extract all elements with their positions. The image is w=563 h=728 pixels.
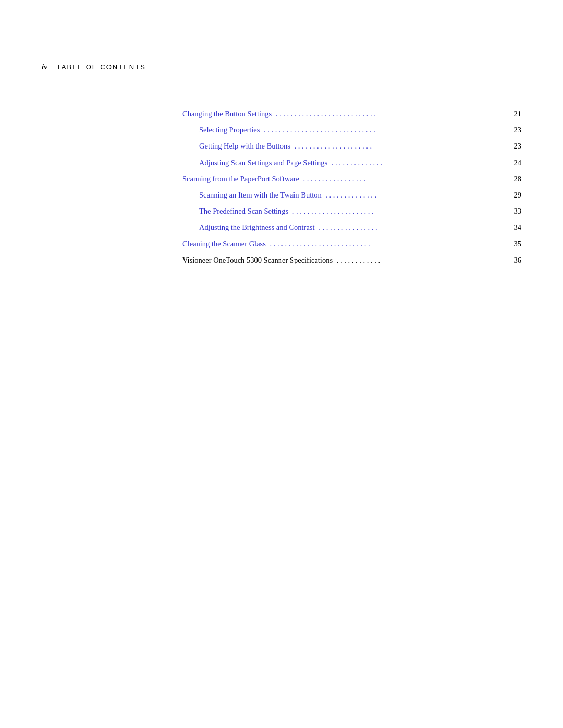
toc-link-scanning-twain[interactable]: Scanning an Item with the Twain Button xyxy=(199,189,322,201)
toc-dots-5: . . . . . . . . . . . . . . . . . xyxy=(301,173,512,185)
toc-label-specifications: Visioneer OneTouch 5300 Scanner Specific… xyxy=(182,254,333,266)
toc-link-predefined-scan[interactable]: The Predefined Scan Settings xyxy=(199,205,288,217)
toc-link-adjusting-scan-settings[interactable]: Adjusting Scan Settings and Page Setting… xyxy=(199,157,327,169)
toc-page-7: 33 xyxy=(514,205,522,217)
toc-dots-7: . . . . . . . . . . . . . . . . . . . . … xyxy=(290,205,511,217)
toc-dots-3: . . . . . . . . . . . . . . . . . . . . … xyxy=(292,140,512,152)
toc-page-10: 36 xyxy=(514,254,522,266)
toc-entry-getting-help: Getting Help with the Buttons . . . . . … xyxy=(199,140,521,152)
toc-page-2: 23 xyxy=(514,124,522,136)
toc-page-6: 29 xyxy=(514,189,522,201)
toc-link-cleaning-scanner[interactable]: Cleaning the Scanner Glass xyxy=(182,238,266,250)
page-roman-numeral: iv xyxy=(42,63,47,71)
toc-dots-6: . . . . . . . . . . . . . . xyxy=(324,189,512,201)
toc-link-brightness-contrast[interactable]: Adjusting the Brightness and Contrast xyxy=(199,221,315,233)
toc-dots-8: . . . . . . . . . . . . . . . . xyxy=(317,221,512,233)
toc-entry-brightness-contrast: Adjusting the Brightness and Contrast . … xyxy=(199,221,521,233)
toc-dots-2: . . . . . . . . . . . . . . . . . . . . … xyxy=(262,124,511,136)
toc-link-changing-button-settings[interactable]: Changing the Button Settings xyxy=(182,108,272,120)
toc-page-4: 24 xyxy=(514,157,522,169)
header-title: Table of Contents xyxy=(57,63,146,71)
toc-entry-scanning-paperport: Scanning from the PaperPort Software . .… xyxy=(182,173,521,185)
toc-link-scanning-paperport[interactable]: Scanning from the PaperPort Software xyxy=(182,173,299,185)
page-header: iv Table of Contents xyxy=(42,63,521,77)
toc-link-selecting-properties[interactable]: Selecting Properties xyxy=(199,124,260,136)
toc-link-getting-help[interactable]: Getting Help with the Buttons xyxy=(199,140,290,152)
toc-entry-predefined-scan: The Predefined Scan Settings . . . . . .… xyxy=(199,205,521,217)
toc-entry-selecting-properties: Selecting Properties . . . . . . . . . .… xyxy=(199,124,521,136)
toc-container: Changing the Button Settings . . . . . .… xyxy=(182,108,521,266)
toc-entry-cleaning-scanner: Cleaning the Scanner Glass . . . . . . .… xyxy=(182,238,521,250)
toc-dots-1: . . . . . . . . . . . . . . . . . . . . … xyxy=(274,108,511,120)
page: iv Table of Contents Changing the Button… xyxy=(0,0,563,728)
toc-entry-scanning-twain: Scanning an Item with the Twain Button .… xyxy=(199,189,521,201)
toc-page-1: 21 xyxy=(514,108,522,120)
toc-entry-adjusting-scan-settings: Adjusting Scan Settings and Page Setting… xyxy=(199,157,521,169)
toc-entry-changing-button-settings: Changing the Button Settings . . . . . .… xyxy=(182,108,521,120)
toc-page-8: 34 xyxy=(514,221,522,233)
toc-page-5: 28 xyxy=(514,173,522,185)
toc-dots-4: . . . . . . . . . . . . . . xyxy=(329,157,511,169)
toc-dots-10: . . . . . . . . . . . . xyxy=(335,254,511,266)
toc-dots-9: . . . . . . . . . . . . . . . . . . . . … xyxy=(268,238,512,250)
toc-page-3: 23 xyxy=(514,140,522,152)
toc-entry-specifications: Visioneer OneTouch 5300 Scanner Specific… xyxy=(182,254,521,266)
toc-page-9: 35 xyxy=(514,238,522,250)
